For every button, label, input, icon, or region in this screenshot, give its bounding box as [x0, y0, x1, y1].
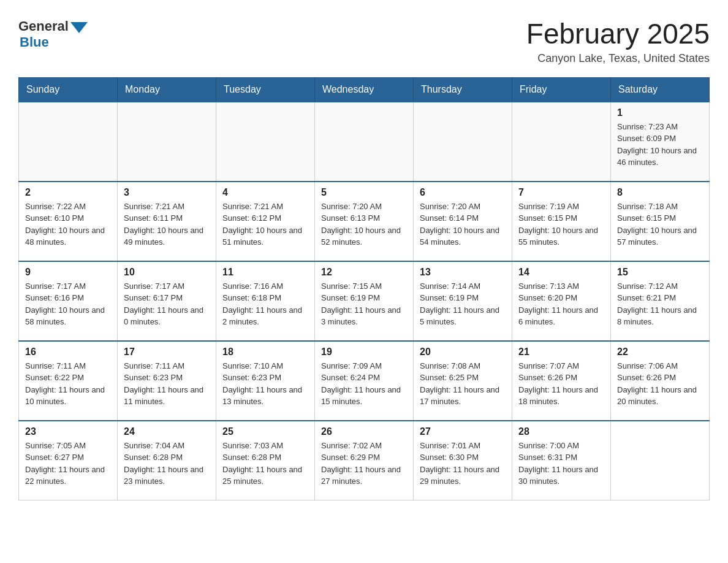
week-row-3: 9Sunrise: 7:17 AMSunset: 6:16 PMDaylight…	[19, 261, 710, 341]
day-number: 4	[222, 187, 308, 198]
calendar-cell: 24Sunrise: 7:04 AMSunset: 6:28 PMDayligh…	[118, 421, 216, 500]
header-saturday: Saturday	[611, 77, 710, 102]
calendar-cell: 16Sunrise: 7:11 AMSunset: 6:22 PMDayligh…	[19, 341, 118, 421]
calendar-cell: 15Sunrise: 7:12 AMSunset: 6:21 PMDayligh…	[611, 261, 710, 341]
calendar-cell	[611, 421, 710, 500]
day-info: Sunrise: 7:17 AMSunset: 6:16 PMDaylight:…	[25, 280, 111, 328]
calendar-cell: 12Sunrise: 7:15 AMSunset: 6:19 PMDayligh…	[315, 261, 414, 341]
header-friday: Friday	[512, 77, 611, 102]
calendar-cell: 17Sunrise: 7:11 AMSunset: 6:23 PMDayligh…	[118, 341, 216, 421]
week-row-2: 2Sunrise: 7:22 AMSunset: 6:10 PMDaylight…	[19, 182, 710, 261]
day-number: 9	[25, 267, 111, 278]
weekday-header-row: SundayMondayTuesdayWednesdayThursdayFrid…	[19, 77, 710, 102]
week-row-4: 16Sunrise: 7:11 AMSunset: 6:22 PMDayligh…	[19, 341, 710, 421]
calendar-cell: 22Sunrise: 7:06 AMSunset: 6:26 PMDayligh…	[611, 341, 710, 421]
header-sunday: Sunday	[19, 77, 118, 102]
header-wednesday: Wednesday	[315, 77, 414, 102]
day-info: Sunrise: 7:15 AMSunset: 6:19 PMDaylight:…	[321, 280, 407, 328]
calendar-cell: 8Sunrise: 7:18 AMSunset: 6:15 PMDaylight…	[611, 182, 710, 261]
day-number: 27	[420, 426, 506, 437]
calendar-cell	[118, 102, 216, 182]
calendar-cell	[19, 102, 118, 182]
calendar-cell	[216, 102, 315, 182]
day-info: Sunrise: 7:11 AMSunset: 6:23 PMDaylight:…	[124, 360, 210, 408]
day-info: Sunrise: 7:04 AMSunset: 6:28 PMDaylight:…	[124, 440, 210, 488]
calendar-cell: 20Sunrise: 7:08 AMSunset: 6:25 PMDayligh…	[414, 341, 512, 421]
calendar-cell: 19Sunrise: 7:09 AMSunset: 6:24 PMDayligh…	[315, 341, 414, 421]
day-number: 12	[321, 267, 407, 278]
day-info: Sunrise: 7:20 AMSunset: 6:13 PMDaylight:…	[321, 201, 407, 248]
calendar-table: SundayMondayTuesdayWednesdayThursdayFrid…	[18, 77, 710, 501]
day-number: 6	[420, 187, 506, 198]
day-number: 2	[25, 187, 111, 198]
calendar-cell: 6Sunrise: 7:20 AMSunset: 6:14 PMDaylight…	[414, 182, 512, 261]
header-tuesday: Tuesday	[216, 77, 315, 102]
day-info: Sunrise: 7:07 AMSunset: 6:26 PMDaylight:…	[518, 360, 604, 408]
header-thursday: Thursday	[414, 77, 512, 102]
calendar-cell: 10Sunrise: 7:17 AMSunset: 6:17 PMDayligh…	[118, 261, 216, 341]
day-number: 15	[617, 267, 703, 278]
day-info: Sunrise: 7:16 AMSunset: 6:18 PMDaylight:…	[222, 280, 308, 328]
calendar-cell: 28Sunrise: 7:00 AMSunset: 6:31 PMDayligh…	[512, 421, 611, 500]
day-info: Sunrise: 7:18 AMSunset: 6:15 PMDaylight:…	[617, 201, 703, 248]
logo-general-text: General	[18, 18, 69, 34]
day-number: 25	[222, 426, 308, 437]
day-info: Sunrise: 7:21 AMSunset: 6:12 PMDaylight:…	[222, 201, 308, 248]
calendar-cell: 14Sunrise: 7:13 AMSunset: 6:20 PMDayligh…	[512, 261, 611, 341]
header-monday: Monday	[118, 77, 216, 102]
day-number: 10	[124, 267, 210, 278]
calendar-cell: 2Sunrise: 7:22 AMSunset: 6:10 PMDaylight…	[19, 182, 118, 261]
day-info: Sunrise: 7:20 AMSunset: 6:14 PMDaylight:…	[420, 201, 506, 248]
calendar-cell: 7Sunrise: 7:19 AMSunset: 6:15 PMDaylight…	[512, 182, 611, 261]
day-info: Sunrise: 7:22 AMSunset: 6:10 PMDaylight:…	[25, 201, 111, 248]
calendar-title: February 2025	[526, 18, 710, 50]
day-info: Sunrise: 7:01 AMSunset: 6:30 PMDaylight:…	[420, 440, 506, 488]
day-number: 21	[518, 347, 604, 358]
day-number: 18	[222, 347, 308, 358]
calendar-cell: 25Sunrise: 7:03 AMSunset: 6:28 PMDayligh…	[216, 421, 315, 500]
day-info: Sunrise: 7:19 AMSunset: 6:15 PMDaylight:…	[518, 201, 604, 248]
calendar-cell: 4Sunrise: 7:21 AMSunset: 6:12 PMDaylight…	[216, 182, 315, 261]
day-number: 19	[321, 347, 407, 358]
day-number: 17	[124, 347, 210, 358]
day-number: 23	[25, 426, 111, 437]
calendar-cell: 9Sunrise: 7:17 AMSunset: 6:16 PMDaylight…	[19, 261, 118, 341]
day-number: 3	[124, 187, 210, 198]
day-number: 28	[518, 426, 604, 437]
day-number: 22	[617, 347, 703, 358]
day-info: Sunrise: 7:02 AMSunset: 6:29 PMDaylight:…	[321, 440, 407, 488]
day-info: Sunrise: 7:13 AMSunset: 6:20 PMDaylight:…	[518, 280, 604, 328]
calendar-cell: 5Sunrise: 7:20 AMSunset: 6:13 PMDaylight…	[315, 182, 414, 261]
calendar-cell: 23Sunrise: 7:05 AMSunset: 6:27 PMDayligh…	[19, 421, 118, 500]
title-section: February 2025 Canyon Lake, Texas, United…	[526, 18, 710, 65]
day-number: 1	[617, 107, 703, 118]
logo-blue-text: Blue	[20, 34, 88, 50]
day-number: 26	[321, 426, 407, 437]
calendar-cell: 26Sunrise: 7:02 AMSunset: 6:29 PMDayligh…	[315, 421, 414, 500]
day-info: Sunrise: 7:08 AMSunset: 6:25 PMDaylight:…	[420, 360, 506, 408]
day-number: 8	[617, 187, 703, 198]
day-number: 24	[124, 426, 210, 437]
calendar-cell	[512, 102, 611, 182]
page-header: General Blue February 2025 Canyon Lake, …	[18, 18, 710, 65]
calendar-cell: 27Sunrise: 7:01 AMSunset: 6:30 PMDayligh…	[414, 421, 512, 500]
day-number: 13	[420, 267, 506, 278]
day-info: Sunrise: 7:23 AMSunset: 6:09 PMDaylight:…	[617, 121, 703, 169]
day-info: Sunrise: 7:05 AMSunset: 6:27 PMDaylight:…	[25, 440, 111, 488]
week-row-5: 23Sunrise: 7:05 AMSunset: 6:27 PMDayligh…	[19, 421, 710, 500]
day-info: Sunrise: 7:11 AMSunset: 6:22 PMDaylight:…	[25, 360, 111, 408]
calendar-cell	[414, 102, 512, 182]
day-info: Sunrise: 7:12 AMSunset: 6:21 PMDaylight:…	[617, 280, 703, 328]
calendar-cell: 13Sunrise: 7:14 AMSunset: 6:19 PMDayligh…	[414, 261, 512, 341]
day-number: 14	[518, 267, 604, 278]
day-number: 5	[321, 187, 407, 198]
day-info: Sunrise: 7:09 AMSunset: 6:24 PMDaylight:…	[321, 360, 407, 408]
day-number: 20	[420, 347, 506, 358]
day-number: 7	[518, 187, 604, 198]
calendar-cell: 11Sunrise: 7:16 AMSunset: 6:18 PMDayligh…	[216, 261, 315, 341]
calendar-subtitle: Canyon Lake, Texas, United States	[526, 52, 710, 65]
calendar-cell: 3Sunrise: 7:21 AMSunset: 6:11 PMDaylight…	[118, 182, 216, 261]
day-info: Sunrise: 7:06 AMSunset: 6:26 PMDaylight:…	[617, 360, 703, 408]
day-info: Sunrise: 7:14 AMSunset: 6:19 PMDaylight:…	[420, 280, 506, 328]
logo: General Blue	[18, 18, 88, 50]
